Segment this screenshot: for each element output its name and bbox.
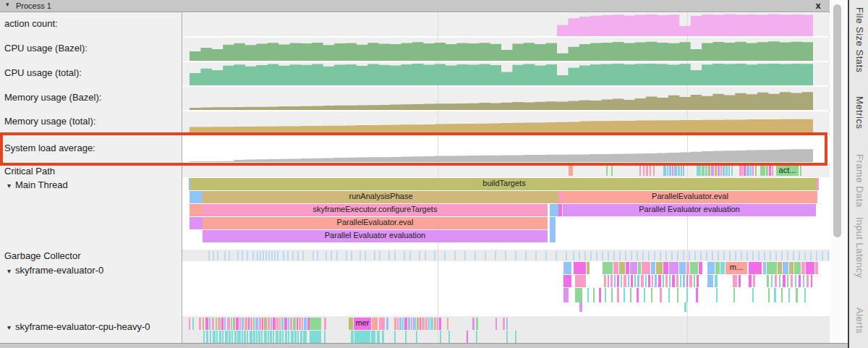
evaluator0-slice[interactable]: [613, 262, 618, 274]
cpu-heavy-slice[interactable]: [264, 331, 267, 343]
gc-tick[interactable]: [252, 251, 254, 260]
cpu-heavy-slice[interactable]: [288, 331, 289, 343]
evaluator0-slice[interactable]: [669, 275, 671, 287]
evaluator0-slice[interactable]: [794, 262, 801, 274]
cpu-heavy-slice[interactable]: [371, 331, 375, 343]
gc-tick[interactable]: [346, 251, 347, 260]
critical-path-event[interactable]: [752, 166, 754, 176]
critical-path-event[interactable]: [697, 166, 701, 176]
evaluator0-slice[interactable]: [641, 275, 644, 287]
gc-tick[interactable]: [283, 251, 284, 260]
cpu-heavy-slice[interactable]: [270, 331, 272, 343]
cpu-heavy-slice[interactable]: [351, 331, 354, 343]
cpu-heavy-slice[interactable]: [377, 331, 380, 343]
gc-tick[interactable]: [265, 251, 267, 260]
critical-path-event[interactable]: [639, 166, 641, 176]
cpu-heavy-slice[interactable]: [417, 318, 419, 330]
evaluator0-slice[interactable]: [660, 288, 662, 302]
cpu-heavy-slice[interactable]: [192, 318, 194, 330]
timeline-content[interactable]: act...buildTargetsrunAnalysisPhaseParall…: [0, 0, 830, 348]
gc-tick[interactable]: [566, 251, 567, 260]
cpu-heavy-slice[interactable]: [425, 318, 427, 330]
gc-tick[interactable]: [729, 251, 731, 260]
evaluator0-slice[interactable]: [694, 275, 695, 287]
cpu-heavy-slice[interactable]: [284, 318, 287, 330]
evaluator0-slice[interactable]: [707, 275, 713, 287]
cpu-heavy-slice[interactable]: [506, 331, 508, 343]
evaluator0-slice[interactable]: [624, 275, 626, 287]
evaluator0-slice[interactable]: [630, 262, 637, 274]
evaluator0-slice[interactable]: [663, 275, 664, 287]
gc-tick[interactable]: [689, 251, 690, 260]
gc-tick[interactable]: [665, 251, 667, 260]
cpu-heavy-slice[interactable]: [434, 318, 436, 330]
cpu-heavy-slice[interactable]: [189, 318, 190, 330]
gc-tick[interactable]: [660, 251, 661, 260]
gc-tick[interactable]: [425, 251, 426, 260]
evaluator0-slice[interactable]: [644, 288, 645, 302]
cpu-heavy-slice[interactable]: [219, 331, 221, 343]
critical-path-event[interactable]: [672, 166, 673, 176]
critical-path-event[interactable]: [715, 166, 717, 176]
gc-tick[interactable]: [263, 251, 264, 260]
evaluator0-slice[interactable]: [811, 275, 812, 287]
gc-tick[interactable]: [464, 251, 466, 260]
cpu-heavy-slice[interactable]: [244, 331, 246, 343]
evaluator0-slice[interactable]: [605, 288, 606, 302]
critical-path-event[interactable]: [650, 166, 651, 176]
critical-path-event[interactable]: [678, 166, 680, 176]
cpu-heavy-slice[interactable]: [297, 331, 299, 343]
critical-path-event[interactable]: [711, 166, 714, 176]
counter-chart-mem_bazel[interactable]: [190, 88, 813, 110]
critical-path-event[interactable]: [726, 166, 728, 176]
evaluator0-slice[interactable]: [788, 288, 790, 302]
critical-path-event[interactable]: [720, 166, 722, 176]
evaluator0-slice[interactable]: [807, 275, 809, 287]
gc-tick[interactable]: [317, 251, 318, 260]
gc-tick[interactable]: [359, 251, 361, 260]
gc-tick[interactable]: [326, 251, 327, 260]
critical-path-event[interactable]: [702, 166, 705, 176]
evaluator0-slice[interactable]: [587, 262, 590, 274]
cpu-heavy-slice[interactable]: [281, 318, 284, 330]
evaluator0-slice[interactable]: [642, 262, 650, 274]
cpu-heavy-slice[interactable]: [242, 331, 243, 343]
cpu-heavy-slice[interactable]: [268, 318, 270, 330]
cpu-heavy-slice[interactable]: [290, 318, 292, 330]
evaluator0-slice[interactable]: [783, 275, 786, 287]
main-thread-slice[interactable]: [550, 204, 558, 216]
cpu-heavy-slice[interactable]: [222, 331, 224, 343]
evaluator0-slice[interactable]: [669, 262, 678, 274]
evaluator0-slice[interactable]: [617, 275, 619, 287]
cpu-heavy-slice[interactable]: [273, 331, 274, 343]
evaluator0-slice[interactable]: [799, 275, 801, 287]
evaluator0-slice[interactable]: [563, 288, 569, 302]
evaluator0-slice[interactable]: [753, 275, 755, 287]
tab-file-size-stats[interactable]: File Size Stats: [854, 7, 865, 73]
evaluator0-slice[interactable]: [715, 262, 720, 274]
evaluator0-slice[interactable]: [677, 288, 678, 302]
evaluator0-slice[interactable]: [697, 275, 699, 287]
cpu-heavy-slice[interactable]: [216, 331, 218, 343]
critical-path-event[interactable]: [718, 166, 720, 176]
evaluator0-slice[interactable]: [614, 275, 616, 287]
counter-chart-cpu_total[interactable]: [190, 63, 813, 85]
gc-tick[interactable]: [816, 251, 817, 260]
gc-tick[interactable]: [735, 251, 736, 260]
cpu-heavy-slice[interactable]: [258, 331, 260, 343]
cpu-heavy-slice[interactable]: [354, 331, 370, 343]
evaluator0-slice[interactable]: [655, 275, 657, 287]
cpu-heavy-slice[interactable]: [437, 318, 438, 330]
gc-tick[interactable]: [237, 251, 239, 260]
gc-tick[interactable]: [247, 251, 248, 260]
gc-tick[interactable]: [535, 251, 537, 260]
gc-tick[interactable]: [217, 251, 218, 260]
cpu-heavy-slice[interactable]: [242, 318, 244, 330]
evaluator0-slice[interactable]: [638, 262, 641, 274]
evaluator0-slice[interactable]: [796, 288, 798, 302]
gc-tick[interactable]: [292, 251, 294, 260]
evaluator0-slice[interactable]: [656, 262, 663, 274]
main-thread-slice-labeled[interactable]: Parallel Evaluator evaluation: [563, 204, 816, 216]
cpu-heavy-slice[interactable]: [405, 331, 407, 343]
gc-tick[interactable]: [625, 251, 626, 260]
